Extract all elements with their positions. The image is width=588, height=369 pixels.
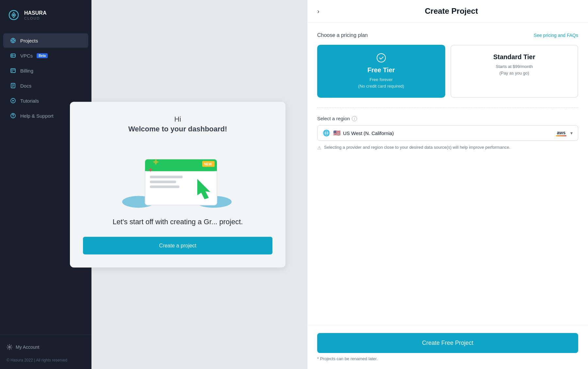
sidebar-footer: My Account © Hasura 2022 | All rights re… [0, 335, 91, 369]
chevron-down-icon: ▾ [570, 130, 573, 136]
see-pricing-link[interactable]: See pricing and FAQs [534, 33, 578, 38]
svg-point-20 [13, 117, 13, 117]
logo-subtext: CLOUD [24, 16, 46, 20]
svg-rect-11 [11, 69, 15, 73]
rename-note: * Projects can be renamed later. [317, 356, 578, 361]
panel-back-button[interactable]: › [317, 8, 319, 15]
svg-text:NEW: NEW [204, 162, 212, 166]
copyright: © Hasura 2022 | All rights reserved [7, 358, 85, 362]
standard-tier-name: Standard Tier [459, 53, 570, 61]
aws-logo: aws [556, 130, 566, 136]
panel-footer: Create Free Project * Projects can be re… [307, 325, 588, 369]
region-name-text: US West (N. California) [343, 130, 556, 136]
free-tier-card[interactable]: Free Tier Free forever (No credit card r… [317, 45, 445, 98]
beta-badge: Beta [37, 53, 48, 58]
sidebar-logo: HASURA CLOUD [0, 0, 91, 30]
sidebar-item-docs[interactable]: Docs [3, 78, 88, 93]
free-tier-name: Free Tier [326, 66, 437, 74]
sidebar-item-tutorials-label: Tutorials [20, 98, 39, 104]
my-account-label: My Account [16, 344, 39, 350]
create-free-project-button[interactable]: Create Free Project [317, 333, 578, 353]
standard-tier-sub1: Starts at $99/month [459, 63, 570, 70]
region-hint: ⚠ Selecting a provider and region close … [317, 144, 578, 151]
welcome-card: Hi Welcome to your dashboard! [70, 102, 286, 267]
welcome-description: Let's start off with creating a Gr... pr… [83, 216, 272, 227]
region-label: Select a region i [317, 116, 578, 121]
svg-rect-29 [150, 185, 179, 188]
check-icon [377, 53, 386, 62]
free-tier-sub2: (No credit card required) [326, 83, 437, 90]
pricing-section: Choose a pricing plan See pricing and FA… [317, 32, 578, 38]
region-info-icon[interactable]: i [352, 116, 357, 121]
hint-icon: ⚠ [317, 144, 321, 151]
main-content: Hi Welcome to your dashboard! [91, 0, 307, 369]
logo-name: HASURA [24, 10, 46, 16]
sidebar-item-help-support-label: Help & Support [20, 113, 54, 119]
svg-rect-27 [150, 176, 183, 178]
settings-icon [7, 344, 12, 350]
globe-icon: 🌐 [323, 129, 330, 137]
welcome-subtitle: Welcome to your dashboard! [83, 125, 272, 133]
divider [317, 108, 578, 108]
svg-point-21 [9, 346, 10, 348]
panel-title: Create Project [325, 7, 578, 16]
region-hint-text: Selecting a provider and region close to… [324, 144, 510, 151]
svg-rect-28 [150, 180, 176, 183]
projects-icon [10, 37, 16, 44]
billing-icon [10, 67, 16, 74]
sidebar-item-vpcs-label: VPCs [20, 53, 33, 59]
sidebar-item-projects[interactable]: Projects [3, 33, 88, 48]
pricing-label: Choose a pricing plan [317, 32, 368, 38]
tutorials-icon [10, 97, 16, 104]
svg-point-3 [12, 40, 14, 42]
my-account[interactable]: My Account [7, 342, 85, 353]
sidebar-item-billing-label: Billing [20, 68, 33, 74]
standard-tier-sub2: (Pay as you go) [459, 70, 570, 76]
right-panel: › Create Project Choose a pricing plan S… [307, 0, 588, 369]
sidebar-item-projects-label: Projects [20, 38, 38, 43]
docs-icon [10, 82, 16, 89]
sidebar-item-docs-label: Docs [20, 83, 31, 89]
pricing-cards: Free Tier Free forever (No credit card r… [317, 45, 578, 98]
welcome-greeting: Hi [83, 115, 272, 123]
sidebar-item-billing[interactable]: Billing [3, 63, 88, 78]
free-tier-sub1: Free forever [326, 76, 437, 83]
svg-point-1 [13, 14, 15, 16]
panel-body: Choose a pricing plan See pricing and FA… [307, 23, 588, 325]
flag-icon: 🇺🇸 [333, 129, 340, 137]
help-icon [10, 112, 16, 119]
panel-header: › Create Project [307, 0, 588, 23]
standard-tier-card[interactable]: Standard Tier Starts at $99/month (Pay a… [450, 45, 579, 98]
svg-rect-13 [11, 71, 13, 72]
create-project-button[interactable]: Create a project [83, 237, 272, 254]
welcome-illustration: NEW [119, 143, 237, 208]
sidebar-item-vpcs[interactable]: VPCs Beta [3, 48, 88, 63]
dashboard-illustration: NEW [119, 143, 237, 208]
vpcs-icon [10, 52, 16, 59]
region-select[interactable]: 🌐 🇺🇸 US West (N. California) aws ▾ [317, 125, 578, 141]
hasura-logo-icon [7, 8, 21, 22]
region-section: Select a region i 🌐 🇺🇸 US West (N. Calif… [317, 116, 578, 151]
